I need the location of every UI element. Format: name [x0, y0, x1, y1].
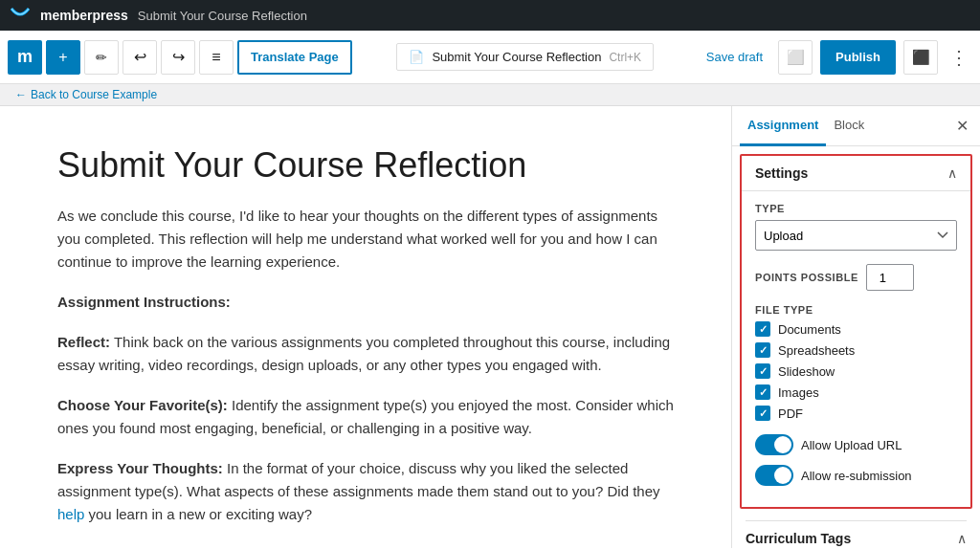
add-block-button[interactable]: +	[46, 40, 80, 75]
settings-panel-button[interactable]: ⬛	[903, 40, 938, 75]
allow-resubmission-toggle[interactable]	[755, 465, 793, 486]
back-arrow-icon: ←	[15, 88, 27, 101]
publish-button[interactable]: Publish	[820, 40, 896, 75]
pencil-icon: ✏	[96, 50, 107, 65]
panel-tabs: Assignment Block ✕	[732, 106, 980, 146]
header-right-actions: Save draft ⬜ Publish ⬛ ⋮	[699, 40, 972, 75]
list-icon: ≡	[212, 49, 220, 66]
undo-button[interactable]: ↩	[122, 40, 157, 75]
points-input[interactable]	[866, 264, 914, 291]
pdf-checkbox[interactable]	[755, 406, 770, 421]
preview-button[interactable]: ⬜	[778, 40, 813, 75]
choose-paragraph: Choose Your Favorite(s): Identify the as…	[57, 394, 674, 440]
redo-button[interactable]: ↪	[161, 40, 195, 75]
slideshow-checkbox[interactable]	[755, 363, 770, 379]
checkbox-images: Images	[755, 384, 957, 400]
checkbox-documents: Documents	[755, 321, 957, 337]
curriculum-section: Curriculum Tags ∧	[732, 520, 980, 548]
panel-close-button[interactable]: ✕	[952, 113, 972, 139]
memberpress-logo	[10, 5, 31, 26]
settings-collapse-button[interactable]: ∧	[947, 165, 957, 181]
documents-checkbox[interactable]	[755, 321, 770, 337]
page-title: Submit Your Course Reflection	[57, 144, 674, 186]
settings-body: TYPE Upload Text Video Audio POINTS POSS…	[742, 191, 970, 507]
list-view-button[interactable]: ≡	[199, 40, 234, 75]
settings-header: Settings ∧	[742, 156, 970, 191]
checkbox-pdf: PDF	[755, 406, 957, 421]
spreadsheets-checkbox[interactable]	[755, 342, 770, 358]
file-type-section: FILE TYPE Documents Spreadsheets Slidesh…	[755, 304, 957, 421]
close-icon: ✕	[956, 118, 969, 134]
admin-bar-title: Submit Your Course Reflection	[138, 9, 307, 23]
wp-logo: m	[8, 40, 42, 75]
preview-icon: ⬜	[787, 49, 805, 66]
chevron-up-icon: ∧	[947, 165, 957, 181]
curriculum-title: Curriculum Tags	[746, 531, 851, 546]
curriculum-chevron-icon: ∧	[957, 531, 967, 546]
editor-area[interactable]: Submit Your Course Reflection As we conc…	[0, 106, 731, 548]
points-row: POINTS POSSIBLE	[755, 264, 957, 291]
checkbox-spreadsheets: Spreadsheets	[755, 342, 957, 358]
allow-resubmission-row: Allow re-submission	[755, 465, 957, 486]
express-paragraph: Express Your Thoughts: In the format of …	[57, 457, 674, 526]
editor-header: m + ✏ ↩ ↪ ≡ Translate Page 📄 Submit Your…	[0, 31, 980, 84]
intro-paragraph: As we conclude this course, I'd like to …	[57, 205, 674, 274]
tab-block[interactable]: Block	[826, 106, 872, 146]
type-label: TYPE	[755, 203, 957, 214]
center-toolbar: 📄 Submit Your Course Reflection Ctrl+K	[356, 43, 695, 71]
undo-icon: ↩	[134, 48, 146, 66]
points-label: POINTS POSSIBLE	[755, 272, 858, 283]
tab-assignment[interactable]: Assignment	[740, 106, 826, 146]
allow-upload-url-row: Allow Upload URL	[755, 434, 957, 455]
curriculum-collapse-button[interactable]: ∧	[957, 531, 967, 546]
settings-title: Settings	[755, 165, 808, 181]
settings-icon: ⬛	[912, 49, 930, 66]
admin-bar: memberpress Submit Your Course Reflectio…	[0, 0, 980, 31]
instructions-heading: Assignment Instructions:	[57, 291, 674, 314]
save-draft-button[interactable]: Save draft	[699, 44, 770, 70]
right-panel: Assignment Block ✕ Settings ∧ TYPE Uplo	[731, 106, 980, 548]
images-checkbox[interactable]	[755, 384, 770, 400]
file-type-label: FILE TYPE	[755, 304, 957, 316]
redo-icon: ↪	[172, 48, 185, 66]
translate-page-button[interactable]: Translate Page	[237, 40, 352, 75]
tools-button[interactable]: ✏	[84, 40, 119, 75]
main-layout: Submit Your Course Reflection As we conc…	[0, 106, 980, 548]
type-select[interactable]: Upload Text Video Audio	[755, 220, 957, 251]
memberpress-wordmark: memberpress	[40, 8, 128, 23]
checkbox-slideshow: Slideshow	[755, 363, 957, 379]
settings-section: Settings ∧ TYPE Upload Text Video Audio …	[740, 154, 972, 509]
allow-upload-url-toggle[interactable]	[755, 434, 793, 455]
curriculum-header: Curriculum Tags ∧	[746, 520, 967, 548]
reflect-paragraph: Reflect: Think back on the various assig…	[57, 331, 674, 377]
document-icon: 📄	[409, 50, 424, 64]
more-icon: ⋮	[949, 47, 969, 68]
more-options-button[interactable]: ⋮	[946, 46, 972, 69]
document-info-button[interactable]: 📄 Submit Your Course Reflection Ctrl+K	[396, 43, 654, 71]
back-link[interactable]: ← Back to Course Example	[0, 84, 980, 106]
